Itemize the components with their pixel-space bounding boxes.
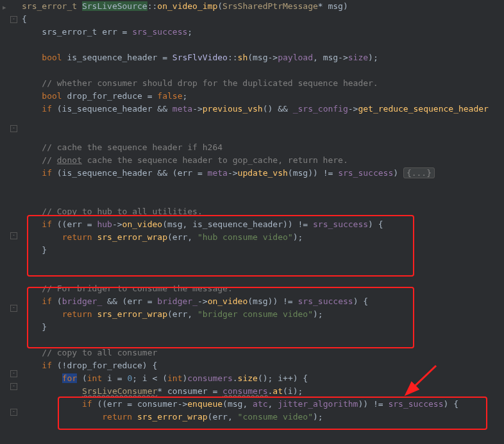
comment: // copy to all consumer [22,348,157,357]
text [22,309,62,319]
code-line[interactable]: if (bridger_ && (err = bridger_->on_vide… [22,295,504,308]
code-line[interactable]: return srs_error_wrap(err, "bridger cons… [22,308,504,321]
text [132,412,137,422]
text [22,412,102,422]
code-line[interactable]: for (int i = 0; i < (int)consumers.size(… [22,372,504,385]
text: , msg-> [313,53,348,62]
code-line[interactable]: // donot cache the sequence header to go… [22,154,504,167]
keyword: if [42,296,52,306]
text [22,91,42,101]
text [22,361,42,370]
text: (msg, [223,399,253,409]
code-editor[interactable]: ▸ - - - - - - - srs_error_t SrsLiveSourc… [0,0,504,444]
code-line[interactable]: // For bridger to consume the message. [22,282,504,295]
member: hub [97,219,112,229]
code-line[interactable]: srs_error_t err = srs_success; [22,26,504,38]
string: "consume video" [238,412,313,422]
fold-toggle[interactable]: - [10,305,17,312]
class-ref: SrsFlvVideo [172,53,228,62]
code-line[interactable] [22,257,504,269]
text: ) { [444,399,458,409]
code-line[interactable] [22,334,504,346]
code-line[interactable]: SrsLiveConsumer* consumer = consumers.at… [22,385,504,398]
keyword: return [102,412,132,422]
text: (is_sequence_header && (err = [52,168,208,178]
call: on_video [208,296,248,306]
text: * consumer = [157,386,223,396]
code-line[interactable]: // copy to all consumer [22,346,504,359]
text: srs_error_t err = [22,27,132,37]
function-name: on_video_imp [157,1,217,11]
brace: { [22,14,27,24]
folded-block[interactable]: {...} [403,167,435,178]
code-line[interactable]: } [22,321,504,334]
text: i = [102,373,127,383]
fold-toggle[interactable]: - [10,232,17,239]
member: atc [253,399,267,409]
param: * msg) [318,1,348,11]
fold-toggle[interactable]: - [10,409,17,416]
code-line[interactable]: if (is_sequence_header && (err = meta->u… [22,167,504,180]
code-line[interactable]: // whether consumer should drop for the … [22,77,504,90]
text: , [268,399,278,409]
code-line[interactable]: if ((err = consumer->enqueue(msg, atc, j… [22,398,504,411]
text: :: [228,53,238,62]
constant: srs_success [132,27,187,37]
scope-op: :: [147,1,158,11]
code-line[interactable]: if (is_sequence_header && meta->previous… [22,103,504,115]
code-line[interactable] [22,38,504,51]
keyword: return [62,309,92,319]
text: ); [368,53,378,62]
code-line[interactable] [22,180,504,192]
code-line[interactable]: bool is_sequence_header = SrsFlvVideo::s… [22,51,504,64]
code-line[interactable] [22,192,504,205]
comment: // cache the sequence header if h264 [22,142,223,152]
code-line[interactable]: // Copy to hub to all utilities. [22,205,504,218]
comment: // whether consumer should drop for the … [22,78,378,88]
code-line[interactable]: bool drop_for_reduce = false; [22,90,504,103]
code-line[interactable]: return srs_error_wrap(err, "consume vide… [22,411,504,423]
text: (is_sequence_header && [52,104,172,114]
code-line[interactable]: if (!drop_for_reduce) { [22,359,504,372]
code-line[interactable]: // cache the sequence header if h264 [22,141,504,154]
keyword: int [87,373,102,383]
text: ( [52,296,62,306]
text: (i); [283,386,303,396]
fold-toggle[interactable]: - [10,370,17,377]
code-line[interactable]: srs_error_t SrsLiveSource::on_video_imp(… [22,0,504,13]
text [22,373,62,383]
member: payload [278,53,313,62]
fold-toggle[interactable]: - [10,125,17,132]
code-line[interactable] [22,64,504,77]
member: _srs_config [293,104,348,114]
call: enqueue [187,399,223,409]
text [22,296,42,306]
class-name: SrsLiveSource [82,1,147,11]
text [22,104,42,114]
keyword: int [167,373,182,383]
text: -> [197,296,208,306]
call: srs_error_wrap [97,232,167,242]
code-line[interactable]: } [22,244,504,257]
code-line[interactable]: { [22,13,504,26]
text: ) [393,168,403,178]
text [22,386,82,396]
run-hint-icon[interactable]: ▸ [3,1,6,13]
code-line[interactable] [22,115,504,128]
text [22,219,42,229]
fold-toggle[interactable]: - [10,383,17,390]
member: meta [172,104,192,114]
call: sh [238,53,248,62]
code-line[interactable] [22,269,504,282]
text: (err, [167,309,197,319]
code-line[interactable]: return srs_error_wrap(err, "hub consume … [22,231,504,244]
text: ; i < ( [132,373,167,383]
fold-toggle[interactable]: - [10,16,17,23]
member: bridger_ [157,296,197,306]
text: () && [263,104,293,114]
code-line[interactable] [22,128,504,141]
code-line[interactable]: if ((err = hub->on_video(msg, is_sequenc… [22,218,504,231]
text: (); i++) { [258,373,308,383]
comment: // [22,155,57,165]
paren: ( [217,1,223,11]
